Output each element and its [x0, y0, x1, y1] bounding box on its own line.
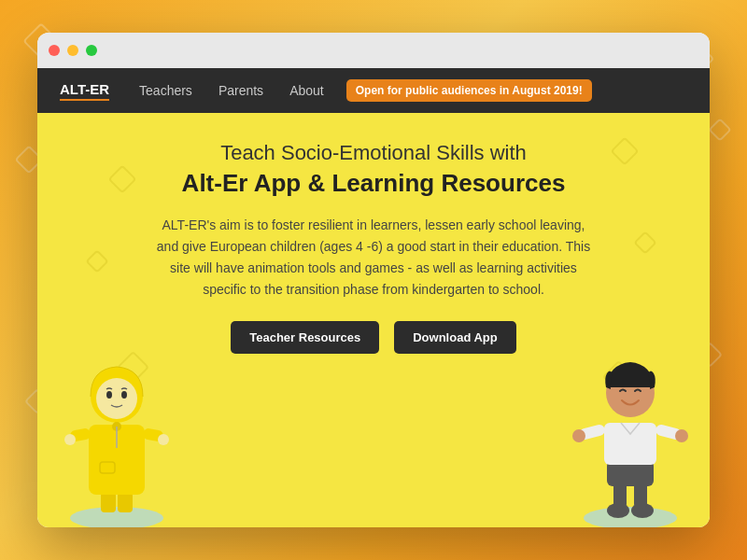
svg-rect-3	[89, 425, 145, 495]
nav-item-about[interactable]: About	[278, 77, 335, 104]
nav-brand[interactable]: ALT-ER	[60, 81, 109, 101]
cta-buttons: Teacher Resources Download App	[231, 321, 516, 354]
hero-title: Alt-Er App & Learning Resources	[182, 169, 566, 198]
svg-point-12	[64, 434, 76, 445]
content-diamond	[633, 231, 656, 254]
main-content: Teach Socio-Emotional Skills with Alt-Er…	[37, 113, 710, 527]
minimize-button[interactable]	[67, 45, 78, 56]
hero-description: ALT-ER's aim is to foster resilient in l…	[149, 215, 598, 301]
svg-rect-24	[655, 424, 683, 441]
maximize-button[interactable]	[86, 45, 97, 56]
browser-window: ALT-ER Teachers Parents About Open for p…	[37, 33, 710, 527]
hero-subtitle: Teach Socio-Emotional Skills with	[220, 141, 527, 165]
svg-rect-10	[69, 427, 92, 442]
svg-point-15	[584, 507, 677, 527]
svg-rect-23	[578, 424, 606, 441]
svg-point-13	[158, 434, 169, 445]
content-diamond	[610, 136, 639, 165]
svg-rect-2	[118, 492, 133, 512]
content-diamond	[117, 351, 149, 384]
svg-rect-18	[613, 481, 627, 509]
svg-rect-11	[142, 427, 164, 442]
svg-rect-19	[634, 481, 647, 509]
svg-point-16	[607, 503, 629, 518]
svg-rect-14	[100, 462, 115, 473]
teacher-resources-button[interactable]: Teacher Resources	[231, 321, 379, 354]
nav-item-teachers[interactable]: Teachers	[128, 77, 204, 104]
browser-chrome	[37, 33, 710, 68]
close-button[interactable]	[49, 45, 60, 56]
navbar: ALT-ER Teachers Parents About Open for p…	[37, 68, 710, 113]
svg-point-4	[91, 371, 143, 423]
svg-point-8	[112, 422, 121, 431]
svg-point-0	[70, 507, 163, 527]
svg-point-5	[96, 378, 137, 419]
svg-point-22	[606, 369, 655, 417]
download-app-button[interactable]: Download App	[394, 321, 516, 354]
character-raincoat	[56, 322, 177, 527]
svg-point-26	[675, 429, 688, 442]
svg-point-7	[121, 391, 127, 399]
svg-point-6	[106, 391, 112, 399]
bg-diamond	[708, 118, 731, 141]
svg-point-17	[631, 503, 654, 518]
svg-rect-1	[101, 492, 116, 512]
nav-item-parents[interactable]: Parents	[207, 77, 275, 104]
public-badge: Open for public audiences in August 2019…	[346, 79, 592, 102]
content-diamond	[602, 360, 635, 393]
svg-point-25	[572, 429, 585, 442]
svg-rect-20	[607, 460, 654, 486]
svg-rect-21	[604, 423, 656, 465]
content-diamond	[85, 249, 108, 273]
character-white-shirt	[570, 322, 691, 527]
content-diamond	[107, 164, 136, 193]
